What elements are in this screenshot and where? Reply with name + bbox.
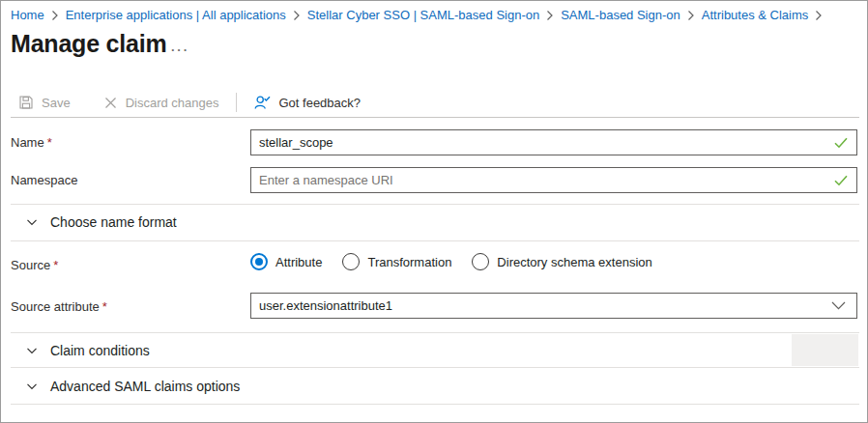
- page-title: Manage claim: [11, 30, 167, 58]
- save-button[interactable]: Save: [18, 95, 71, 110]
- radio-option-attribute[interactable]: Attribute: [250, 253, 322, 270]
- breadcrumb: Home Enterprise applications | All appli…: [11, 8, 865, 22]
- radio-label: Transformation: [367, 255, 451, 269]
- got-feedback-label: Got feedback?: [278, 96, 361, 110]
- section-choose-name-format[interactable]: Choose name format: [1, 208, 868, 237]
- radio-selected-icon: [250, 253, 268, 270]
- discard-changes-button[interactable]: Discard changes: [103, 96, 219, 110]
- name-input[interactable]: [251, 130, 834, 155]
- breadcrumb-link-saml-signon[interactable]: SAML-based Sign-on: [561, 8, 680, 22]
- radio-label: Directory schema extension: [497, 255, 651, 269]
- chevron-right-icon: [687, 10, 695, 21]
- valid-check-icon: [834, 137, 848, 149]
- discard-changes-label: Discard changes: [126, 96, 219, 110]
- radio-option-directory-schema-extension[interactable]: Directory schema extension: [472, 253, 651, 270]
- chevron-down-icon: [26, 345, 38, 356]
- section-label: Claim conditions: [50, 343, 150, 358]
- name-label: Name*: [11, 135, 52, 150]
- required-asterisk: *: [53, 258, 58, 272]
- breadcrumb-link-home[interactable]: Home: [11, 8, 44, 22]
- command-bar: Save Discard changes Got feedback?: [18, 90, 361, 115]
- got-feedback-button[interactable]: Got feedback?: [254, 95, 361, 110]
- chevron-down-icon: [26, 216, 38, 228]
- breadcrumb-link-enterprise-applications[interactable]: Enterprise applications | All applicatio…: [66, 8, 286, 22]
- toolbar-separator: [11, 117, 859, 118]
- section-divider: [11, 367, 859, 368]
- chevron-right-icon: [293, 10, 301, 21]
- radio-unselected-icon: [342, 253, 360, 270]
- source-attribute-label: Source attribute*: [11, 299, 107, 314]
- required-asterisk: *: [102, 299, 107, 314]
- dropdown-value: user.extensionattribute1: [251, 298, 831, 313]
- chevron-right-icon: [815, 10, 823, 21]
- source-radio-group: Attribute Transformation Directory schem…: [250, 253, 673, 270]
- required-asterisk: *: [47, 135, 52, 150]
- section-divider: [11, 240, 859, 241]
- namespace-input[interactable]: [251, 168, 834, 192]
- source-attribute-dropdown[interactable]: user.extensionattribute1: [250, 293, 857, 319]
- chevron-right-icon: [546, 10, 554, 21]
- namespace-field: [250, 167, 857, 193]
- section-advanced-saml-claims-options[interactable]: Advanced SAML claims options: [1, 372, 868, 400]
- manage-claim-page: Home Enterprise applications | All appli…: [0, 0, 868, 423]
- valid-check-icon: [834, 175, 848, 186]
- source-label: Source*: [11, 258, 58, 272]
- section-divider: [11, 204, 859, 205]
- save-icon: [18, 95, 34, 110]
- section-claim-conditions[interactable]: Claim conditions: [1, 336, 868, 364]
- section-label: Choose name format: [50, 214, 177, 230]
- section-divider: [11, 404, 859, 405]
- close-icon: [103, 96, 118, 110]
- feedback-icon: [254, 95, 271, 110]
- breadcrumb-link-attributes-claims[interactable]: Attributes & Claims: [702, 8, 809, 22]
- toolbar-divider: [236, 93, 237, 112]
- namespace-label: Namespace: [11, 173, 77, 187]
- radio-unselected-icon: [472, 253, 489, 270]
- context-menu-button[interactable]: ···: [167, 42, 193, 58]
- save-label: Save: [42, 96, 71, 110]
- radio-option-transformation[interactable]: Transformation: [342, 253, 451, 270]
- breadcrumb-link-app-sso[interactable]: Stellar Cyber SSO | SAML-based Sign-on: [307, 8, 539, 22]
- section-divider: [11, 332, 859, 333]
- section-label: Advanced SAML claims options: [50, 379, 240, 394]
- name-field: [250, 129, 857, 155]
- chevron-down-icon: [831, 301, 846, 310]
- chevron-right-icon: [51, 10, 59, 21]
- radio-label: Attribute: [275, 255, 322, 269]
- chevron-down-icon: [26, 381, 38, 392]
